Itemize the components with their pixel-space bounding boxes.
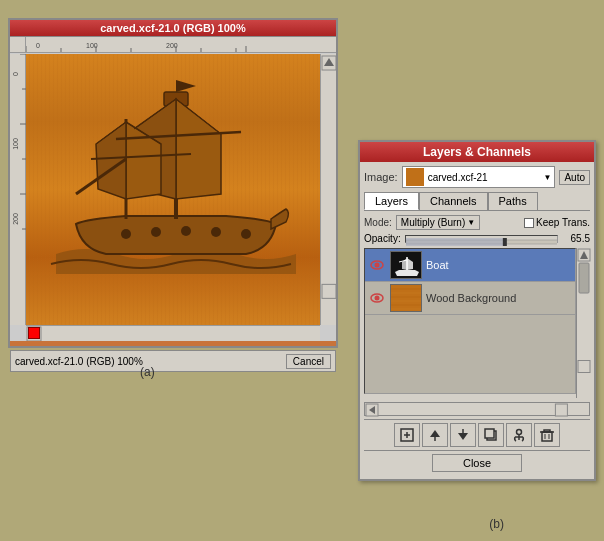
svg-rect-81	[544, 430, 550, 432]
close-button[interactable]: Close	[432, 454, 522, 472]
image-row: Image: carved.xcf-21 ▼ Auto	[364, 166, 590, 188]
keep-trans-checkbox[interactable]	[524, 218, 534, 228]
svg-rect-61	[578, 361, 590, 373]
svg-point-30	[151, 227, 161, 237]
layers-body: Image: carved.xcf-21 ▼ Auto Layers Chann…	[360, 162, 594, 479]
svg-text:0: 0	[36, 42, 40, 49]
svg-point-76	[517, 430, 522, 435]
svg-rect-60	[579, 263, 589, 293]
image-label: Image:	[364, 171, 398, 183]
scroll-indicator	[28, 327, 40, 339]
tab-channels[interactable]: Channels	[419, 192, 487, 210]
layer-row-boat[interactable]: Boat	[365, 249, 575, 282]
ruler-left: 0 100 200	[10, 54, 26, 325]
svg-rect-42	[406, 238, 504, 246]
image-selector[interactable]: carved.xcf-21 ▼	[402, 166, 556, 188]
new-layer-button[interactable]	[394, 423, 420, 447]
svg-text:100: 100	[12, 138, 19, 150]
close-row: Close	[364, 450, 590, 475]
opacity-row: Opacity: 65.5	[364, 233, 590, 244]
svg-point-29	[121, 229, 131, 239]
svg-marker-70	[430, 430, 440, 437]
svg-rect-43	[503, 238, 507, 246]
layer-thumb-wood	[390, 284, 422, 312]
opacity-slider[interactable]	[405, 235, 558, 243]
svg-text:200: 200	[12, 213, 19, 225]
mode-value: Multiply (Burn)	[401, 217, 465, 228]
svg-point-45	[375, 263, 380, 268]
tab-layers[interactable]: Layers	[364, 192, 419, 210]
keep-trans: Keep Trans.	[524, 217, 590, 228]
duplicate-layer-button[interactable]	[478, 423, 504, 447]
image-window-titlebar: carved.xcf-21.0 (RGB) 100%	[10, 20, 336, 37]
opacity-label: Opacity:	[364, 233, 401, 244]
tab-paths[interactable]: Paths	[488, 192, 538, 210]
svg-point-33	[241, 229, 251, 239]
scrollbar-bottom[interactable]	[26, 325, 320, 341]
svg-point-32	[211, 227, 221, 237]
label-a: (a)	[140, 365, 155, 379]
status-text: carved.xcf-21.0 (RGB) 100%	[15, 356, 143, 367]
eye-icon-boat[interactable]	[368, 256, 386, 274]
status-bar: carved.xcf-21.0 (RGB) 100% Cancel	[10, 350, 336, 372]
svg-marker-72	[458, 433, 468, 440]
image-title: carved.xcf-21.0 (RGB) 100%	[100, 22, 246, 34]
layer-name-boat: Boat	[426, 259, 572, 271]
mode-dropdown-arrow: ▼	[467, 218, 475, 227]
bottom-toolbar	[364, 419, 590, 450]
svg-point-50	[375, 296, 380, 301]
lower-layer-button[interactable]	[450, 423, 476, 447]
layer-row-wood[interactable]: Wood Background	[365, 282, 575, 315]
tabs-row: Layers Channels Paths	[364, 192, 590, 211]
raise-layer-button[interactable]	[422, 423, 448, 447]
anchor-layer-button[interactable]	[506, 423, 532, 447]
layer-thumb-boat	[390, 251, 422, 279]
cancel-button[interactable]: Cancel	[286, 354, 331, 369]
label-b: (b)	[489, 517, 504, 531]
canvas-area	[26, 54, 320, 325]
layers-panel: Layers & Channels Image: carved.xcf-21 ▼…	[358, 140, 596, 481]
svg-text:0: 0	[12, 72, 19, 76]
layers-scrollbar[interactable]	[576, 248, 590, 398]
svg-rect-79	[542, 432, 552, 441]
keep-trans-label: Keep Trans.	[536, 217, 590, 228]
eye-icon-wood[interactable]	[368, 289, 386, 307]
image-name-text: carved.xcf-21	[428, 172, 540, 183]
svg-rect-37	[322, 284, 336, 298]
image-window: carved.xcf-21.0 (RGB) 100% 0 100 200	[8, 18, 338, 348]
layers-titlebar: Layers & Channels	[360, 142, 594, 162]
opacity-value: 65.5	[562, 233, 590, 244]
scrollbar-right[interactable]	[320, 54, 336, 325]
layers-title: Layers & Channels	[423, 145, 531, 159]
ruler-top: 0 100 200	[10, 37, 336, 53]
mode-row: Mode: Multiply (Burn) ▼ Keep Trans.	[364, 215, 590, 230]
layers-list: Boat	[364, 248, 576, 394]
mode-select[interactable]: Multiply (Burn) ▼	[396, 215, 480, 230]
image-dropdown-arrow: ▼	[544, 173, 552, 182]
wood-canvas	[26, 54, 320, 325]
layer-name-wood: Wood Background	[426, 292, 572, 304]
ship-svg	[46, 64, 306, 284]
mode-label: Mode:	[364, 217, 392, 228]
corner-box	[10, 37, 26, 53]
auto-button[interactable]: Auto	[559, 170, 590, 185]
image-thumb	[406, 168, 424, 186]
svg-rect-75	[485, 429, 494, 438]
delete-layer-button[interactable]	[534, 423, 560, 447]
svg-rect-65	[555, 404, 567, 416]
ruler-top-inner: 0 100 200	[26, 37, 336, 52]
layers-h-scrollbar[interactable]	[364, 402, 590, 416]
svg-point-31	[181, 226, 191, 236]
